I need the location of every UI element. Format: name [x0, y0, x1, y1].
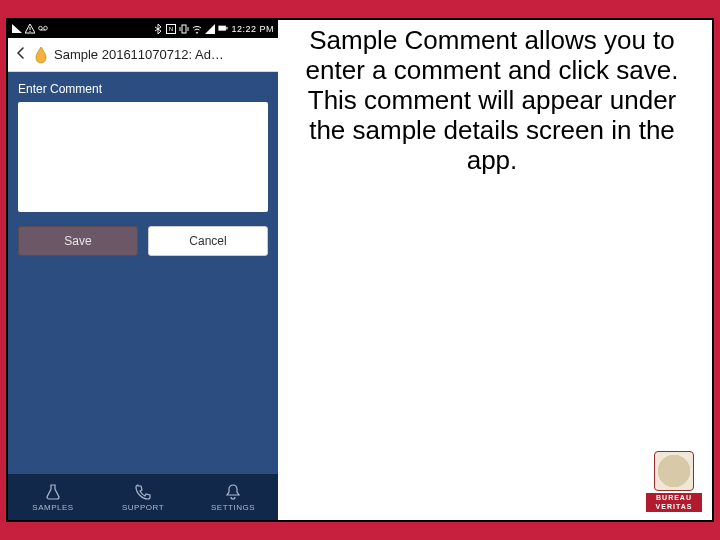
bluetooth-icon: [153, 24, 163, 34]
nav-samples[interactable]: SAMPLES: [8, 483, 98, 512]
bottom-nav: SAMPLES SUPPORT SETTINGS: [8, 474, 278, 520]
save-button[interactable]: Save: [18, 226, 138, 256]
oil-drop-icon: [34, 46, 48, 64]
button-row: Save Cancel: [18, 226, 268, 256]
svg-rect-7: [219, 26, 226, 31]
svg-rect-6: [182, 25, 186, 33]
appbar-title: Sample 201611070712: Ad…: [54, 47, 272, 62]
nav-label: SETTINGS: [211, 503, 255, 512]
phone-icon: [134, 483, 152, 501]
comment-label: Enter Comment: [18, 82, 268, 96]
battery-icon: [218, 24, 228, 34]
bv-label-1: BUREAU: [646, 493, 702, 503]
phone-mock: N 12:22 PM: [8, 20, 278, 520]
explainer-panel: Sample Comment allows you to enter a com…: [278, 20, 712, 520]
nav-support[interactable]: SUPPORT: [98, 483, 188, 512]
cell-icon: [205, 24, 215, 34]
app-bar: Sample 201611070712: Ad…: [8, 38, 278, 72]
flask-icon: [44, 483, 62, 501]
vibrate-icon: [179, 24, 189, 34]
cancel-button[interactable]: Cancel: [148, 226, 268, 256]
svg-text:N: N: [169, 26, 173, 32]
comment-input[interactable]: [18, 102, 268, 212]
form-area: Enter Comment Save Cancel: [8, 72, 278, 474]
svg-rect-8: [227, 27, 228, 29]
status-bar: N 12:22 PM: [8, 20, 278, 38]
svg-rect-0: [30, 27, 31, 30]
status-left-icons: [12, 24, 48, 34]
bureau-veritas-logo: BUREAU VERITAS: [646, 451, 702, 512]
bell-icon: [224, 483, 242, 501]
status-time: 12:22 PM: [231, 24, 274, 34]
nav-settings[interactable]: SETTINGS: [188, 483, 278, 512]
explainer-text: Sample Comment allows you to enter a com…: [288, 26, 696, 175]
back-icon[interactable]: [14, 46, 28, 64]
svg-rect-1: [30, 31, 31, 32]
nav-label: SUPPORT: [122, 503, 164, 512]
nav-label: SAMPLES: [32, 503, 73, 512]
voicemail-icon: [38, 24, 48, 34]
bv-seal-icon: [654, 451, 694, 491]
slide-inner: N 12:22 PM: [6, 18, 714, 522]
wifi-icon: [192, 24, 202, 34]
svg-point-3: [44, 26, 48, 30]
warning-icon: [25, 24, 35, 34]
signal-icon: [12, 24, 22, 34]
nfc-icon: N: [166, 24, 176, 34]
bv-label-2: VERITAS: [646, 502, 702, 512]
svg-point-2: [39, 26, 43, 30]
status-right-icons: N 12:22 PM: [153, 24, 274, 34]
